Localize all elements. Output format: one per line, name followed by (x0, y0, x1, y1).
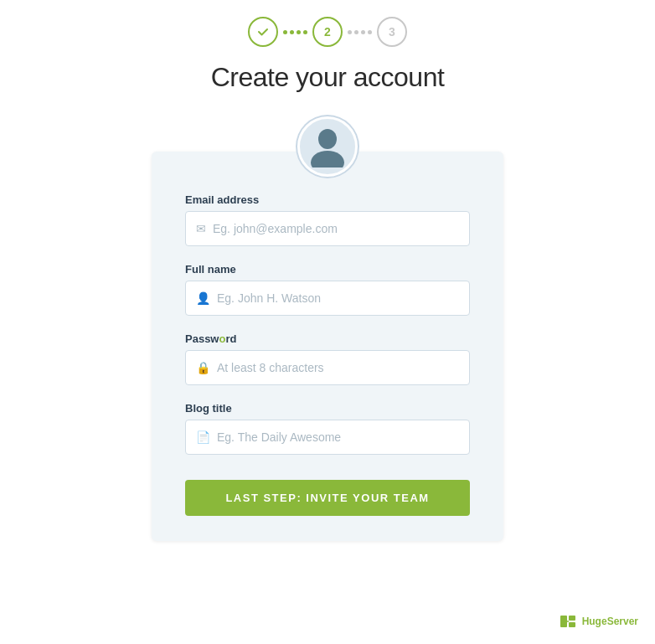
submit-button[interactable]: LAST STEP: INVITE YOUR TEAM (185, 480, 470, 516)
step-2-label: 2 (324, 25, 331, 39)
dot (303, 30, 307, 34)
dot (361, 30, 365, 34)
avatar (297, 116, 358, 177)
blog-title-input-wrapper: 📄 (185, 420, 470, 455)
step-3: 3 (377, 17, 407, 47)
fullname-group: Full name 👤 (185, 263, 470, 316)
document-icon: 📄 (196, 430, 210, 444)
avatar-container (297, 116, 358, 177)
dot (283, 30, 287, 34)
person-icon: 👤 (196, 291, 210, 305)
blog-title-label: Blog title (185, 402, 470, 415)
dots-2-3 (348, 30, 372, 34)
fullname-input-wrapper: 👤 (185, 281, 470, 316)
svg-rect-4 (569, 622, 575, 627)
dot (368, 30, 372, 34)
dot (348, 30, 352, 34)
dots-1-2 (283, 30, 307, 34)
email-icon: ✉ (196, 222, 206, 235)
svg-point-0 (318, 129, 337, 149)
password-group: Password 🔒 (185, 332, 470, 385)
lock-icon: 🔒 (196, 361, 210, 374)
email-input[interactable] (213, 222, 459, 235)
step-3-label: 3 (389, 25, 395, 39)
dot (354, 30, 358, 34)
branding: HugeServer (559, 612, 638, 631)
stepper: 2 3 (248, 17, 407, 47)
fullname-label: Full name (185, 263, 470, 276)
hugeserver-logo-icon (559, 612, 577, 631)
page-title: Create your account (211, 62, 445, 93)
blog-title-group: Blog title 📄 (185, 402, 470, 455)
brand-name: HugeServer (582, 616, 638, 627)
email-label: Email address (185, 193, 470, 206)
email-input-wrapper: ✉ (185, 211, 470, 246)
password-label: Password (185, 332, 470, 345)
svg-point-1 (311, 151, 344, 167)
dot (290, 30, 294, 34)
email-group: Email address ✉ (185, 193, 470, 246)
svg-rect-3 (569, 616, 575, 621)
fullname-input[interactable] (217, 291, 459, 305)
password-input-wrapper: 🔒 (185, 350, 470, 385)
form-card: Email address ✉ Full name 👤 Password 🔒 B… (152, 152, 503, 541)
password-label-highlight: o (219, 332, 225, 345)
step-2: 2 (312, 17, 343, 47)
step-1 (248, 17, 278, 47)
svg-rect-2 (560, 616, 567, 627)
dot (297, 30, 301, 34)
password-input[interactable] (217, 361, 459, 374)
user-avatar-icon (308, 126, 347, 167)
blog-title-input[interactable] (217, 430, 459, 444)
